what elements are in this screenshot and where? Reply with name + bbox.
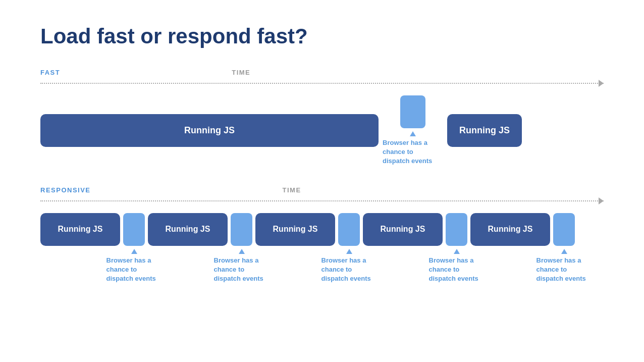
page: Load fast or respond fast? FAST TIME Run… xyxy=(0,0,644,319)
fast-timeline-arrow xyxy=(40,79,604,87)
fast-annotation-arrow xyxy=(410,131,416,136)
resp-annotation-1: Browser has achance todispatch events xyxy=(123,249,145,284)
resp-time-label: TIME xyxy=(283,186,301,194)
fast-annotation: Browser has achance todispatch events xyxy=(383,131,443,166)
resp-running-js-1: Running JS xyxy=(40,213,120,246)
resp-gap-block-1 xyxy=(123,213,145,246)
resp-ann-text-4: Browser has achance todispatch events xyxy=(429,256,485,284)
resp-timeline-arrow xyxy=(40,197,604,205)
resp-ann-text-2: Browser has achance todispatch events xyxy=(214,256,270,284)
resp-ann-arrow-4 xyxy=(454,249,460,254)
fast-blocks-area: Running JS Browser has achance todispatc… xyxy=(40,95,604,166)
resp-running-js-2: Running JS xyxy=(148,213,228,246)
resp-ann-text-5: Browser has achance todispatch events xyxy=(536,256,592,284)
resp-ann-arrow-2 xyxy=(239,249,245,254)
fast-running-js-1: Running JS xyxy=(40,114,379,147)
resp-ann-arrow-3 xyxy=(346,249,352,254)
resp-ann-text-1: Browser has achance todispatch events xyxy=(106,256,162,284)
resp-ann-arrow-1 xyxy=(131,249,137,254)
resp-gap-block-5 xyxy=(553,213,575,246)
fast-section: FAST TIME Running JS xyxy=(40,69,604,166)
resp-gap-block-4 xyxy=(446,213,467,246)
resp-running-js-4: Running JS xyxy=(363,213,443,246)
resp-blocks-row: Running JS Running JS Running JS Ru xyxy=(40,213,604,246)
fast-gap-block-wrap: Browser has achance todispatch events xyxy=(383,95,443,166)
fast-header-row: FAST TIME xyxy=(40,69,604,76)
resp-label: RESPONSIVE xyxy=(40,186,91,194)
fast-arrow-line xyxy=(40,83,604,84)
fast-time-label: TIME xyxy=(232,69,250,76)
fast-running-js-2: Running JS xyxy=(447,114,522,147)
fast-blocks-row: Running JS Browser has achance todispatc… xyxy=(40,95,604,166)
fast-annotation-text: Browser has achance todispatch events xyxy=(383,138,443,166)
resp-gap-block-3 xyxy=(338,213,360,246)
resp-annotation-5: Browser has achance todispatch events xyxy=(553,249,575,284)
page-title: Load fast or respond fast? xyxy=(40,24,604,48)
responsive-section: RESPONSIVE TIME Running JS Running JS xyxy=(40,186,604,284)
fast-gap-block xyxy=(400,95,425,128)
resp-arrow-head xyxy=(599,197,604,204)
resp-annotation-4: Browser has achance todispatch events xyxy=(446,249,467,284)
resp-ann-arrow-5 xyxy=(561,249,567,254)
resp-running-js-5: Running JS xyxy=(470,213,550,246)
resp-annotation-3: Browser has achance todispatch events xyxy=(338,249,360,284)
resp-running-js-3: Running JS xyxy=(255,213,335,246)
resp-header-row: RESPONSIVE TIME xyxy=(40,186,604,194)
resp-annotation-2: Browser has achance todispatch events xyxy=(231,249,252,284)
fast-label: FAST xyxy=(40,69,60,76)
resp-arrow-line xyxy=(40,200,604,201)
resp-ann-text-3: Browser has achance todispatch events xyxy=(321,256,377,284)
resp-annotation-row: Browser has achance todispatch events Br… xyxy=(40,249,604,284)
fast-arrow-head xyxy=(599,80,604,87)
resp-blocks-area: Running JS Running JS Running JS Ru xyxy=(40,213,604,284)
resp-gap-block-2 xyxy=(231,213,252,246)
